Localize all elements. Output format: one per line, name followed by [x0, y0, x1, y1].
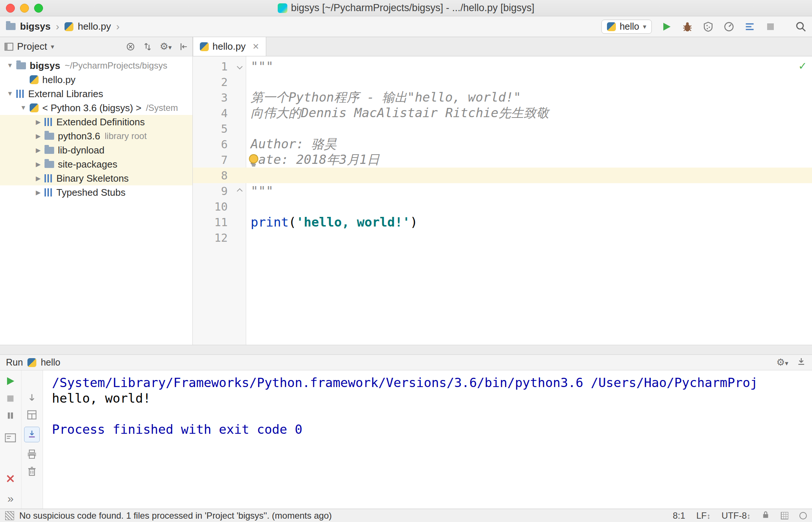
- code-line[interactable]: 1""": [193, 59, 812, 74]
- debug-bug-icon[interactable]: [681, 21, 693, 33]
- library-icon: [16, 90, 24, 98]
- python-file-icon: [30, 75, 39, 84]
- print-icon[interactable]: [27, 449, 37, 459]
- chevron-right-icon[interactable]: ▶: [32, 132, 44, 140]
- console-line: Process finished with exit code 0: [52, 422, 812, 437]
- more-options-icon[interactable]: »: [7, 492, 14, 505]
- inspection-status-icon[interactable]: [5, 511, 14, 520]
- locate-file-icon[interactable]: [126, 42, 135, 52]
- fold-marker-icon[interactable]: [233, 189, 246, 193]
- close-window-button[interactable]: [6, 4, 15, 13]
- lock-icon[interactable]: [762, 511, 770, 521]
- chevron-right-icon[interactable]: ▶: [32, 189, 44, 196]
- fold-marker-icon[interactable]: [233, 65, 246, 69]
- intention-bulb-icon[interactable]: [248, 153, 260, 168]
- pause-button[interactable]: [5, 410, 16, 421]
- restore-layout-icon[interactable]: [27, 410, 37, 420]
- run-configuration-label: hello: [620, 21, 639, 32]
- chevron-right-icon[interactable]: ▶: [32, 118, 44, 126]
- gear-icon[interactable]: ⚙▾: [160, 41, 172, 52]
- scroll-down-icon[interactable]: [796, 357, 806, 369]
- line-number: 9: [193, 185, 233, 198]
- scroll-to-end-button[interactable]: [24, 427, 40, 442]
- run-process-name[interactable]: hello: [41, 357, 60, 368]
- updown-icon: ↕: [707, 512, 710, 520]
- tree-item-suffix: library root: [105, 131, 146, 141]
- code-segment: 第一个Python程序 - 输出"hello, world!": [251, 90, 521, 105]
- run-console[interactable]: /System/Library/Frameworks/Python.framew…: [43, 370, 812, 509]
- tree-item-suffix: /System: [146, 103, 178, 113]
- code-line[interactable]: 12: [193, 230, 812, 245]
- zoom-window-button[interactable]: [34, 4, 43, 13]
- run-configuration-select[interactable]: hello ▾: [601, 20, 652, 34]
- chevron-down-icon[interactable]: ▾: [51, 43, 54, 51]
- chevron-down-icon[interactable]: ▼: [17, 104, 30, 112]
- tree-item[interactable]: ▼External Libraries: [0, 87, 192, 101]
- code-line[interactable]: 2: [193, 74, 812, 90]
- line-separator-widget[interactable]: LF↕: [696, 511, 710, 521]
- code-line[interactable]: 9""": [193, 183, 812, 199]
- python-sdk-icon: [30, 103, 39, 112]
- code-line[interactable]: 8: [193, 168, 812, 183]
- tree-item[interactable]: ▶python3.6library root: [0, 129, 192, 143]
- code-line[interactable]: 10: [193, 199, 812, 214]
- tree-item[interactable]: hello.py: [0, 73, 192, 87]
- down-the-stack-icon[interactable]: [27, 393, 37, 403]
- tree-item[interactable]: ▶Binary Skeletons: [0, 171, 192, 185]
- collapse-all-icon[interactable]: [179, 42, 189, 52]
- code-line[interactable]: 4向伟大的Dennis MacAlistair Ritchie先生致敬: [193, 105, 812, 121]
- editor-content[interactable]: 1"""23第一个Python程序 - 输出"hello, world!"4向伟…: [193, 56, 812, 345]
- breadcrumb-file[interactable]: hello.py: [78, 21, 111, 32]
- profiler-icon[interactable]: [723, 21, 735, 33]
- chevron-right-icon[interactable]: ▶: [32, 161, 44, 168]
- code-text: 第一个Python程序 - 输出"hello, world!": [246, 89, 521, 106]
- close-tab-icon[interactable]: ✕: [252, 42, 259, 52]
- tree-item[interactable]: ▶lib-dynload: [0, 143, 192, 157]
- code-line[interactable]: 5: [193, 121, 812, 136]
- code-line[interactable]: 3第一个Python程序 - 输出"hello, world!": [193, 90, 812, 105]
- code-segment: print: [251, 215, 288, 229]
- tree-item[interactable]: ▼< Python 3.6 (bigsys) >/System: [0, 101, 192, 115]
- chevron-down-icon[interactable]: ▼: [4, 62, 16, 69]
- chevron-down-icon: ▾: [643, 23, 646, 31]
- clear-trash-icon[interactable]: [27, 466, 37, 476]
- gear-icon[interactable]: ⚙▾: [776, 357, 788, 368]
- code-line[interactable]: 6Author: 骆昊: [193, 136, 812, 152]
- traffic-lights: [6, 0, 43, 16]
- tree-item[interactable]: ▶Extended Definitions: [0, 115, 192, 129]
- edit-configurations-icon[interactable]: [744, 21, 756, 33]
- code-text: Date: 2018年3月1日: [246, 151, 380, 168]
- stop-button[interactable]: [5, 393, 16, 404]
- chevron-down-icon[interactable]: ▼: [4, 90, 16, 98]
- chevron-right-icon[interactable]: ▶: [32, 175, 44, 182]
- caret-position[interactable]: 8:1: [673, 511, 685, 521]
- code-line[interactable]: 11print('hello, world!'): [193, 214, 812, 230]
- editor-tab-hello[interactable]: hello.py ✕: [193, 37, 266, 56]
- pycharm-app-icon: [278, 3, 287, 13]
- scroll-from-source-icon[interactable]: [143, 42, 152, 52]
- tree-item[interactable]: ▼bigsys~/PycharmProjects/bigsys: [0, 59, 192, 73]
- char-grid-icon[interactable]: [781, 512, 788, 519]
- project-tool-title[interactable]: Project: [17, 41, 47, 52]
- chevron-right-icon[interactable]: ▶: [32, 146, 44, 154]
- encoding-widget[interactable]: UTF-8↕: [722, 511, 750, 521]
- run-button[interactable]: [661, 21, 673, 33]
- event-log-icon[interactable]: [799, 512, 807, 519]
- horizontal-splitter[interactable]: [0, 345, 812, 355]
- title-bar: bigsys [~/PycharmProjects/bigsys] - .../…: [0, 0, 812, 16]
- line-number: 11: [193, 216, 233, 229]
- close-icon[interactable]: [5, 473, 16, 484]
- stop-button[interactable]: [765, 21, 776, 33]
- breadcrumb-project[interactable]: bigsys: [20, 21, 50, 32]
- search-icon[interactable]: [795, 21, 807, 33]
- inspection-ok-check-icon[interactable]: ✓: [799, 59, 806, 73]
- run-with-coverage-icon[interactable]: [702, 21, 714, 33]
- tree-item[interactable]: ▶site-packages: [0, 157, 192, 171]
- rerun-button[interactable]: [5, 376, 16, 387]
- tree-item[interactable]: ▶Typeshed Stubs: [0, 185, 192, 199]
- code-segment: """: [251, 59, 273, 74]
- minimize-window-button[interactable]: [20, 4, 29, 13]
- code-text: """: [246, 184, 273, 198]
- code-line[interactable]: 7Date: 2018年3月1日: [193, 152, 812, 168]
- show-console-icon[interactable]: [5, 433, 16, 443]
